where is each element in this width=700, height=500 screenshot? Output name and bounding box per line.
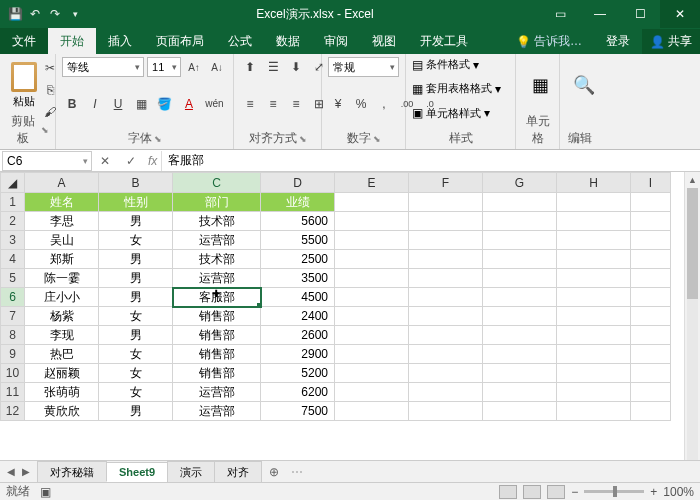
cell[interactable]: [557, 383, 631, 402]
cut-icon[interactable]: ✂: [40, 58, 60, 78]
cell[interactable]: 杨紫: [25, 307, 99, 326]
fx-icon[interactable]: fx: [144, 154, 161, 168]
cell[interactable]: [335, 307, 409, 326]
cell[interactable]: 运营部: [173, 383, 261, 402]
cell[interactable]: 技术部: [173, 212, 261, 231]
cell[interactable]: [409, 383, 483, 402]
cell[interactable]: 男: [99, 269, 173, 288]
cell[interactable]: [483, 288, 557, 307]
cell[interactable]: 黄欣欣: [25, 402, 99, 421]
cell[interactable]: [335, 269, 409, 288]
view-pagebreak-icon[interactable]: [547, 485, 565, 499]
zoom-out-icon[interactable]: −: [571, 485, 578, 499]
cell[interactable]: [557, 269, 631, 288]
cell[interactable]: [557, 193, 631, 212]
cell[interactable]: [409, 402, 483, 421]
redo-icon[interactable]: ↷: [46, 5, 64, 23]
cell[interactable]: 李思: [25, 212, 99, 231]
row-header[interactable]: 5: [1, 269, 25, 288]
tab-file[interactable]: 文件: [0, 28, 48, 54]
cell[interactable]: [335, 364, 409, 383]
cell[interactable]: [409, 269, 483, 288]
cell[interactable]: [335, 250, 409, 269]
cells-button[interactable]: ▦: [522, 57, 558, 113]
zoom-level[interactable]: 100%: [663, 485, 694, 499]
underline-button[interactable]: U: [108, 94, 128, 114]
align-left-icon[interactable]: ≡: [240, 94, 260, 114]
name-box[interactable]: C6: [2, 151, 92, 171]
cell[interactable]: [483, 402, 557, 421]
cell[interactable]: [409, 250, 483, 269]
paste-button[interactable]: 粘贴: [6, 57, 42, 113]
cell[interactable]: 销售部: [173, 307, 261, 326]
macro-record-icon[interactable]: ▣: [40, 485, 51, 499]
zoom-in-icon[interactable]: +: [650, 485, 657, 499]
tab-insert[interactable]: 插入: [96, 28, 144, 54]
cell[interactable]: [557, 231, 631, 250]
cell[interactable]: [409, 364, 483, 383]
align-top-icon[interactable]: ⬆: [240, 57, 260, 77]
cell[interactable]: [557, 326, 631, 345]
col-header[interactable]: B: [99, 173, 173, 193]
cell[interactable]: 运营部: [173, 402, 261, 421]
col-header[interactable]: G: [483, 173, 557, 193]
cell[interactable]: 2900: [261, 345, 335, 364]
cell[interactable]: [335, 326, 409, 345]
cell[interactable]: [335, 193, 409, 212]
align-middle-icon[interactable]: ☰: [263, 57, 283, 77]
cell[interactable]: 2400: [261, 307, 335, 326]
col-header[interactable]: D: [261, 173, 335, 193]
number-dialog-icon[interactable]: ⬊: [373, 134, 381, 144]
ribbon-options-icon[interactable]: ▭: [540, 0, 580, 28]
cell[interactable]: [335, 345, 409, 364]
cell[interactable]: [335, 402, 409, 421]
cell[interactable]: [409, 231, 483, 250]
row-header[interactable]: 6: [1, 288, 25, 307]
cell[interactable]: 3500: [261, 269, 335, 288]
cell[interactable]: [483, 212, 557, 231]
enter-icon[interactable]: ✓: [118, 154, 144, 168]
copy-icon[interactable]: ⎘: [40, 80, 60, 100]
cell[interactable]: [557, 212, 631, 231]
clipboard-dialog-icon[interactable]: ⬊: [41, 125, 49, 135]
qat-customize-icon[interactable]: ▾: [66, 5, 84, 23]
cell[interactable]: 2600: [261, 326, 335, 345]
new-sheet-button[interactable]: ⊕: [261, 463, 287, 481]
align-right-icon[interactable]: ≡: [286, 94, 306, 114]
scroll-up-icon[interactable]: ▲: [685, 172, 700, 188]
col-header[interactable]: E: [335, 173, 409, 193]
cell[interactable]: 7500: [261, 402, 335, 421]
table-format-button[interactable]: ▦套用表格格式▾: [412, 81, 509, 96]
tab-data[interactable]: 数据: [264, 28, 312, 54]
cell[interactable]: [335, 231, 409, 250]
formula-bar[interactable]: 客服部: [161, 151, 700, 171]
cell[interactable]: 张萌萌: [25, 383, 99, 402]
col-header[interactable]: C: [173, 173, 261, 193]
font-name-select[interactable]: 等线: [62, 57, 144, 77]
bold-button[interactable]: B: [62, 94, 82, 114]
cell[interactable]: [483, 345, 557, 364]
cell[interactable]: [631, 212, 671, 231]
font-color-icon[interactable]: A: [179, 94, 199, 114]
zoom-slider[interactable]: [584, 490, 644, 493]
cell[interactable]: 姓名: [25, 193, 99, 212]
cell[interactable]: 客服部: [173, 288, 261, 307]
cell[interactable]: 运营部: [173, 269, 261, 288]
cell[interactable]: 陈一霎: [25, 269, 99, 288]
sheet-tab-active[interactable]: Sheet9: [106, 462, 168, 482]
col-header[interactable]: H: [557, 173, 631, 193]
cell[interactable]: [335, 212, 409, 231]
cell[interactable]: 销售部: [173, 345, 261, 364]
cell[interactable]: [483, 269, 557, 288]
select-all-corner[interactable]: ◢: [1, 173, 25, 193]
cell[interactable]: 性别: [99, 193, 173, 212]
cell[interactable]: [409, 326, 483, 345]
increase-font-icon[interactable]: A↑: [184, 57, 204, 77]
row-header[interactable]: 9: [1, 345, 25, 364]
cell[interactable]: [631, 307, 671, 326]
cell[interactable]: 郑斯: [25, 250, 99, 269]
cell[interactable]: 吴山: [25, 231, 99, 250]
cell[interactable]: 6200: [261, 383, 335, 402]
sheet-tab[interactable]: 演示: [167, 461, 215, 483]
col-header[interactable]: A: [25, 173, 99, 193]
